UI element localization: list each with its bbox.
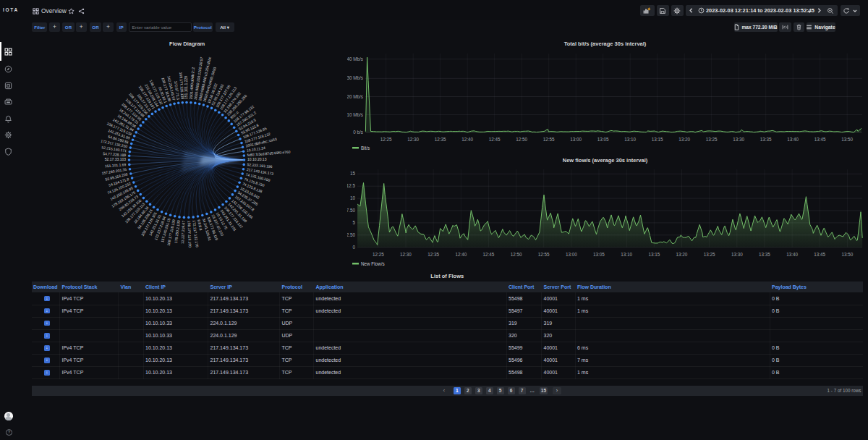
- svg-text:151.101.1.229: 151.101.1.229: [184, 76, 188, 99]
- svg-text:13:40: 13:40: [787, 137, 799, 142]
- svg-text:13:25: 13:25: [704, 252, 715, 257]
- svg-text:12:45: 12:45: [489, 137, 501, 142]
- svg-text:13:30: 13:30: [733, 137, 744, 142]
- svg-text:13:05: 13:05: [593, 252, 605, 257]
- svg-text:Flow Diagram: Flow Diagram: [169, 41, 205, 47]
- svg-text:13:10: 13:10: [621, 252, 632, 257]
- svg-text:15: 15: [350, 171, 356, 176]
- svg-text:13:35: 13:35: [759, 252, 770, 257]
- svg-text:Total bit/s (average 30s inter: Total bit/s (average 30s interval): [564, 41, 647, 47]
- svg-text:New flow/s (average 30s interv: New flow/s (average 30s interval): [563, 157, 648, 164]
- svg-text:12:55: 12:55: [538, 252, 550, 257]
- svg-text:12:25: 12:25: [380, 137, 392, 142]
- svg-text:13:05: 13:05: [597, 137, 609, 142]
- svg-text:New Flow/s: New Flow/s: [361, 261, 385, 266]
- svg-text:12:25: 12:25: [373, 252, 384, 257]
- svg-text:12:50: 12:50: [516, 137, 527, 142]
- svg-text:13:50: 13:50: [841, 137, 853, 142]
- svg-text:30 Mb/s: 30 Mb/s: [347, 75, 363, 80]
- svg-text:10: 10: [350, 195, 356, 200]
- svg-text:13:45: 13:45: [814, 252, 825, 257]
- svg-text:10.10.20.13: 10.10.20.13: [247, 157, 267, 161]
- svg-text:12:45: 12:45: [483, 252, 495, 257]
- svg-text:108.177.119.100: 108.177.119.100: [187, 221, 192, 248]
- svg-text:13:50: 13:50: [842, 252, 854, 257]
- svg-text:13:20: 13:20: [678, 137, 690, 142]
- svg-text:5: 5: [352, 220, 355, 225]
- svg-text:40 Mb/s: 40 Mb/s: [347, 56, 363, 62]
- svg-text:0 b/s: 0 b/s: [353, 130, 363, 135]
- svg-text:52.17.33.103: 52.17.33.103: [105, 157, 126, 161]
- svg-text:12.5: 12.5: [347, 183, 355, 188]
- svg-text:13:10: 13:10: [624, 137, 636, 142]
- svg-text:0: 0: [352, 245, 355, 250]
- svg-text:10 Mb/s: 10 Mb/s: [347, 112, 363, 117]
- svg-text:12:50: 12:50: [511, 252, 522, 257]
- svg-text:13:20: 13:20: [676, 252, 688, 257]
- svg-text:12:55: 12:55: [543, 137, 555, 142]
- svg-text:13:00: 13:00: [566, 252, 577, 257]
- svg-text:12:35: 12:35: [427, 252, 439, 257]
- svg-text:13:35: 13:35: [760, 137, 772, 142]
- svg-text:13:15: 13:15: [648, 252, 660, 257]
- svg-text:12:40: 12:40: [455, 252, 467, 257]
- svg-text:7.50: 7.50: [347, 208, 355, 213]
- svg-text:12:30: 12:30: [407, 137, 419, 142]
- svg-text:13:25: 13:25: [706, 137, 718, 142]
- svg-text:12:30: 12:30: [400, 252, 412, 257]
- svg-text:13:40: 13:40: [786, 252, 798, 257]
- svg-text:13:45: 13:45: [814, 137, 826, 142]
- svg-text:12:40: 12:40: [461, 137, 473, 142]
- svg-text:13:30: 13:30: [731, 252, 743, 257]
- svg-text:Bit/s: Bit/s: [361, 145, 370, 151]
- svg-text:13:15: 13:15: [652, 137, 663, 142]
- svg-text:12:35: 12:35: [435, 137, 446, 142]
- svg-text:20 Mb/s: 20 Mb/s: [347, 94, 363, 99]
- svg-text:13.227.219.67: 13.227.219.67: [180, 221, 185, 244]
- svg-text:2.50: 2.50: [347, 232, 355, 237]
- svg-text:13:00: 13:00: [570, 137, 582, 142]
